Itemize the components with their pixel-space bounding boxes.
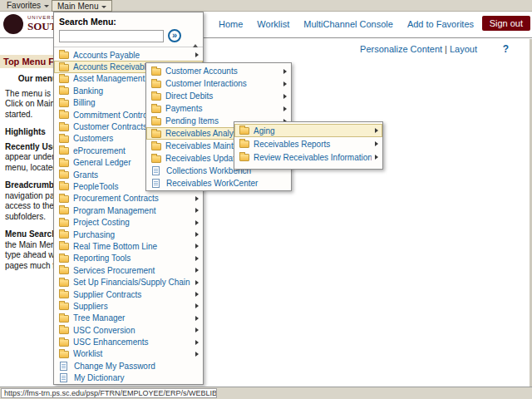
layout-link[interactable]: Layout <box>450 44 477 54</box>
header-link[interactable]: Add to Favorites <box>407 19 474 29</box>
menu-item[interactable]: Purchasing <box>54 229 203 240</box>
folder-icon <box>59 76 69 83</box>
folder-icon <box>59 231 69 239</box>
menu-bar: Favorites Main Menu <box>0 0 532 12</box>
search-menu-label: Search Menu: <box>59 17 198 27</box>
submenu-arrow-icon <box>283 81 287 86</box>
folder-icon <box>59 315 69 323</box>
submenu-arrow-icon <box>195 256 199 261</box>
header-link[interactable]: Worklist <box>257 19 289 29</box>
menu-item[interactable]: Direct Debits <box>146 90 291 102</box>
folder-icon <box>59 147 69 155</box>
folder-icon <box>59 100 69 107</box>
menu-item[interactable]: Accounts Payable <box>54 49 203 61</box>
submenu-arrow-icon <box>195 220 199 225</box>
menu-item[interactable]: Procurement Contracts <box>54 193 203 204</box>
submenu-arrow-icon <box>195 340 199 345</box>
menu-item[interactable]: Customer Interactions <box>146 77 291 90</box>
favorites-menu-button[interactable]: Favorites <box>2 0 54 12</box>
folder-icon <box>151 81 161 88</box>
menu-item[interactable]: Real Time Bottom Line <box>54 240 203 252</box>
folder-icon <box>151 106 161 113</box>
menu-item[interactable]: Receivables WorkCenter <box>146 177 291 190</box>
menu-item[interactable]: Payments <box>146 102 291 115</box>
submenu-arrow-icon <box>195 316 199 321</box>
menu-item[interactable]: Change My Password <box>54 360 203 372</box>
dropdown-caret-icon <box>101 6 106 8</box>
folder-icon <box>59 207 69 214</box>
sign-out-button[interactable]: Sign out <box>482 16 530 31</box>
submenu-arrow-icon <box>283 106 287 111</box>
menu-item[interactable]: Reporting Tools <box>54 253 203 264</box>
folder-icon <box>59 124 69 131</box>
folder-icon <box>151 68 161 76</box>
folder-icon <box>151 143 161 150</box>
folder-icon <box>59 219 69 227</box>
menu-item[interactable]: Receivables Reports <box>234 137 382 150</box>
main-menu-label: Main Menu <box>57 2 98 11</box>
university-logo-mark-icon <box>3 14 23 34</box>
document-icon <box>152 166 160 175</box>
folder-icon <box>239 154 249 161</box>
submenu-arrow-icon <box>195 352 199 357</box>
menu-item[interactable]: Program Management <box>54 204 203 216</box>
folder-icon <box>239 127 249 135</box>
dropdown-caret-icon <box>44 5 49 7</box>
submenu-arrow-icon <box>195 244 199 249</box>
folder-icon <box>59 195 69 203</box>
submenu-arrow-icon <box>195 268 199 273</box>
header-links: Home Worklist MultiChannel Console Add t… <box>219 19 474 29</box>
main-menu-button[interactable]: Main Menu <box>52 0 112 12</box>
folder-icon <box>59 351 69 358</box>
submenu-arrow-icon <box>195 303 199 308</box>
menu-item[interactable]: USC Enhancements <box>54 336 203 347</box>
menu-item[interactable]: Set Up Financials/Supply Chain <box>54 276 203 288</box>
folder-icon <box>59 52 69 59</box>
menu-item[interactable]: Services Procurement <box>54 264 203 276</box>
scroll-up-icon[interactable] <box>193 44 198 47</box>
status-bar: https://fms-trn.ps.sc.edu/psp/FTRN/EMPLO… <box>0 387 532 399</box>
menu-search-input[interactable] <box>59 30 164 42</box>
submenu-arrow-icon <box>195 52 199 57</box>
personalize-content-link[interactable]: Personalize Content <box>360 44 442 54</box>
folder-icon <box>59 327 69 334</box>
folder-icon <box>59 303 69 310</box>
folder-icon <box>239 140 249 148</box>
menu-item[interactable]: USC Conversion <box>54 324 203 336</box>
folder-icon <box>151 118 161 126</box>
folder-icon <box>59 135 69 143</box>
folder-icon <box>59 111 69 119</box>
menu-item[interactable]: Aging <box>234 124 382 137</box>
folder-icon <box>59 243 69 250</box>
menu-item[interactable]: Project Costing <box>54 216 203 228</box>
submenu-arrow-icon <box>195 328 199 332</box>
document-icon <box>60 373 67 382</box>
folder-icon <box>151 155 161 163</box>
search-go-icon[interactable]: » <box>168 29 181 42</box>
header-link[interactable]: MultiChannel Console <box>303 19 393 29</box>
menu-item[interactable]: Supplier Contracts <box>54 288 203 300</box>
submenu-arrow-icon <box>195 196 199 201</box>
folder-icon <box>59 279 69 287</box>
help-icon[interactable]: ? <box>503 43 509 55</box>
document-icon <box>60 362 67 371</box>
folder-icon <box>151 93 161 101</box>
document-icon <box>152 179 160 188</box>
separator: | <box>445 44 447 54</box>
folder-icon <box>59 160 69 167</box>
submenu-arrow-icon <box>375 155 378 160</box>
status-url: https://fms-trn.ps.sc.edu/psp/FTRN/EMPLO… <box>1 388 217 398</box>
folder-icon <box>59 255 69 263</box>
submenu-arrow-icon <box>195 280 199 285</box>
menu-item[interactable]: My Dictionary <box>54 372 203 384</box>
folder-icon <box>59 183 69 190</box>
folder-icon <box>59 267 69 274</box>
folder-icon <box>59 64 69 71</box>
menu-item[interactable]: Tree Manager <box>54 313 203 324</box>
menu-item[interactable]: Customer Accounts <box>146 65 291 77</box>
folder-icon <box>59 291 69 298</box>
header-link[interactable]: Home <box>219 19 243 29</box>
menu-item[interactable]: Suppliers <box>54 300 203 312</box>
menu-item[interactable]: Review Receivables Information <box>234 150 382 164</box>
menu-item[interactable]: Worklist <box>54 348 203 360</box>
